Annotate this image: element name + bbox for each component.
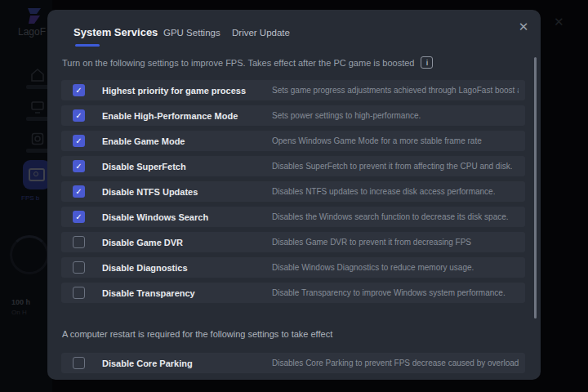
checkbox[interactable]: ✓ — [73, 211, 85, 223]
checkbox[interactable]: ✓ — [73, 160, 85, 172]
setting-description: Disables NTFS updates to increase disk a… — [272, 187, 495, 196]
setting-label: Disable Game DVR — [102, 238, 183, 247]
setting-label: Disable Diagnostics — [102, 263, 188, 273]
restart-settings-list: ✓ Disable Core Parking Disables Core Par… — [61, 353, 527, 378]
subtitle-text: Turn on the following settings to improv… — [62, 58, 414, 68]
checkbox[interactable]: ✓ — [73, 84, 85, 96]
setting-row: ✓ Enable High-Performance Mode Sets powe… — [61, 105, 525, 126]
close-icon[interactable]: ✕ — [516, 20, 531, 34]
setting-row: ✓ Disable NTFS Updates Disables NTFS upd… — [61, 181, 525, 202]
checkmark-icon: ✓ — [75, 213, 82, 221]
setting-row: ✓ Disable Core Parking Disables Core Par… — [61, 353, 525, 373]
tab-gpu-settings[interactable]: GPU Settings — [163, 28, 220, 38]
checkbox[interactable]: ✓ — [73, 236, 85, 248]
setting-row: ✓ Disable Diagnostics Disable Windows Di… — [61, 257, 525, 278]
checkmark-icon: ✓ — [75, 87, 82, 95]
checkbox[interactable]: ✓ — [73, 357, 85, 369]
setting-description: Disables Game DVR to prevent it from dec… — [272, 238, 471, 247]
setting-label: Disable Windows Search — [102, 212, 208, 222]
setting-description: Disables SuperFetch to prevent it from a… — [272, 162, 512, 171]
checkmark-icon: ✓ — [75, 163, 82, 171]
setting-description: Sets game progress adjustments achieved … — [272, 86, 519, 95]
setting-label: Disable NTFS Updates — [102, 187, 198, 197]
setting-label: Enable Game Mode — [102, 136, 185, 146]
checkmark-icon: ✓ — [75, 188, 82, 196]
setting-row: ✓ Disable Transparency Disable Transpare… — [61, 283, 525, 303]
checkbox[interactable]: ✓ — [73, 185, 85, 198]
checkbox[interactable]: ✓ — [73, 287, 85, 299]
tab-driver-update[interactable]: Driver Update — [232, 28, 290, 38]
checkmark-icon: ✓ — [75, 137, 82, 145]
setting-description: Disable Windows Diagnostics to reduce me… — [272, 263, 474, 272]
info-icon[interactable]: i — [421, 56, 433, 69]
tab-system-services[interactable]: System Services — [74, 26, 158, 38]
setting-description: Disables the Windows search function to … — [272, 212, 509, 221]
app-window: LagoF — [0, 0, 588, 392]
active-tab-underline — [75, 44, 100, 47]
setting-description: Disable Transparency to improve Windows … — [272, 288, 506, 297]
restart-note: A computer restart is required for the f… — [62, 329, 332, 339]
setting-label: Disable Transparency — [102, 288, 195, 298]
setting-label: Enable High-Performance Mode — [102, 111, 238, 121]
setting-row: ✓ Disable Game DVR Disables Game DVR to … — [61, 232, 525, 252]
setting-row: ✓ Enable Game Mode Opens Windows Game Mo… — [61, 131, 525, 151]
checkmark-icon: ✓ — [75, 112, 82, 120]
setting-label: Disable Core Parking — [102, 359, 193, 368]
setting-label: Disable SuperFetch — [102, 162, 186, 172]
settings-list: ✓ Highest priority for game process Sets… — [61, 80, 527, 308]
dialog-subtitle: Turn on the following settings to improv… — [62, 56, 433, 69]
setting-description: Disables Core Parking to prevent FPS dec… — [272, 359, 519, 368]
checkbox[interactable]: ✓ — [73, 135, 85, 147]
setting-description: Sets power settings to high-performance. — [272, 111, 421, 120]
checkbox[interactable]: ✓ — [73, 109, 85, 122]
checkbox[interactable]: ✓ — [73, 261, 85, 274]
setting-row: ✓ Disable SuperFetch Disables SuperFetch… — [61, 156, 525, 176]
setting-description: Opens Windows Game Mode for a more stabl… — [272, 136, 482, 145]
setting-label: Highest priority for game process — [102, 86, 246, 96]
settings-dialog: System Services GPU Settings Driver Upda… — [47, 10, 541, 380]
setting-row: ✓ Disable Windows Search Disables the Wi… — [61, 207, 525, 227]
setting-row: ✓ Highest priority for game process Sets… — [61, 80, 525, 100]
scrollbar-thumb[interactable] — [534, 57, 537, 318]
